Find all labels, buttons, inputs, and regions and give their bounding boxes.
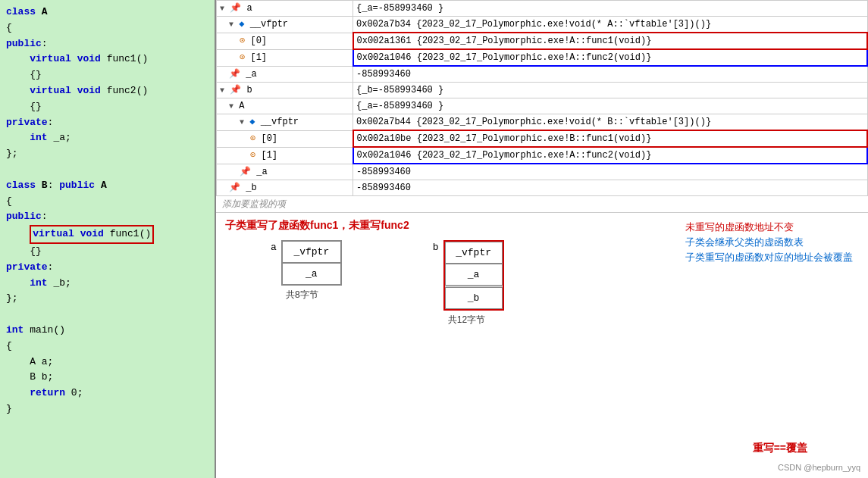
code-line bbox=[6, 162, 208, 178]
watch-name-cell: ▼ ◆ __vfptr bbox=[217, 17, 353, 33]
watch-var-name: [1] bbox=[261, 150, 277, 161]
code-line: {} bbox=[6, 99, 208, 115]
expand-arrow-icon: ▼ bbox=[229, 20, 233, 29]
watch-value-cell: 0x002a10be {2023_02_17_Polymorphic.exe!B… bbox=[353, 130, 868, 147]
watch-name-cell: ⊙ [0] bbox=[217, 130, 353, 147]
orange-circle-icon: ⊙ bbox=[250, 133, 255, 144]
code-line: } bbox=[6, 401, 208, 417]
watch-var-name: [1] bbox=[250, 52, 267, 63]
table-row: ▼ 📌 b {_b=-858993460 } bbox=[217, 83, 868, 98]
watch-var-name: __vfptr bbox=[261, 117, 299, 127]
obj-a-size: 共8字节 bbox=[286, 289, 318, 301]
csdn-watermark: CSDN @hepburn_yyq bbox=[778, 463, 860, 472]
watch-name-cell: 📌 _b bbox=[217, 180, 353, 196]
obj-b-box: _vfptr _a _b bbox=[443, 240, 504, 311]
orange-circle-icon: ⊙ bbox=[240, 52, 245, 63]
obj-a-diagram: a _vfptr _a 共8字节 bbox=[271, 240, 342, 301]
table-row: 📌 _a -858993460 bbox=[217, 66, 868, 83]
table-row: ⊙ [0] 0x002a10be {2023_02_17_Polymorphic… bbox=[217, 130, 868, 147]
watch-value-cell: {_a=-858993460 } bbox=[353, 1, 868, 17]
watch-value-cell: {_a=-858993460 } bbox=[353, 98, 868, 114]
table-row: ⊙ [1] 0x002a1046 {2023_02_17_Polymorphic… bbox=[217, 147, 868, 164]
annotation-area: 子类重写了虚函数func1，未重写func2 未重写的虚函数地址不变 子类会继承… bbox=[216, 213, 868, 478]
watch-name-cell: ▼ ◆ __vfptr bbox=[217, 114, 353, 131]
watch-var-name: b bbox=[246, 85, 252, 95]
obj-cell-vfptr-a: _vfptr bbox=[282, 241, 341, 263]
annotation-no-override: 未重写的虚函数地址不变 bbox=[685, 220, 853, 234]
code-editor: class A { public: virtual void func1() {… bbox=[0, 0, 216, 478]
watch-var-name: _a bbox=[256, 167, 267, 177]
table-row: 📌 _a -858993460 bbox=[217, 164, 868, 180]
expand-arrow-icon: ▼ bbox=[220, 5, 224, 13]
pin-icon: 📌 bbox=[229, 183, 240, 193]
expand-arrow-icon: ▼ bbox=[220, 86, 224, 95]
watch-name-cell: ▼ A bbox=[217, 98, 353, 114]
watch-table: ▼ 📌 a {_a=-858993460 } ▼ ◆ __vfptr 0x002… bbox=[216, 0, 868, 213]
expand-arrow-icon: ▼ bbox=[240, 118, 244, 127]
obj-cell-a-a: _a bbox=[282, 263, 341, 285]
right-annotations: 未重写的虚函数地址不变 子类会继承父类的虚函数表 子类重写的虚函数对应的地址会被… bbox=[685, 220, 853, 266]
watch-value-cell: -858993460 bbox=[353, 164, 868, 180]
code-line: int main() bbox=[6, 323, 208, 339]
code-line: class B: public A bbox=[6, 178, 208, 194]
watch-var-name: _a bbox=[246, 69, 256, 80]
code-line: {} bbox=[6, 67, 208, 83]
code-line: int _b; bbox=[6, 276, 208, 292]
code-line: virtual void func1() bbox=[6, 225, 208, 244]
code-line: { bbox=[6, 194, 208, 210]
table-row: 📌 _b -858993460 bbox=[217, 180, 868, 196]
blue-diamond-icon: ◆ bbox=[239, 19, 244, 30]
watch-var-name: [0] bbox=[250, 36, 267, 46]
watch-value-cell: -858993460 bbox=[353, 180, 868, 196]
table-row: ⊙ [1] 0x002a1046 {2023_02_17_Polymorphic… bbox=[217, 49, 868, 66]
pin-icon: 📌 bbox=[230, 3, 241, 14]
code-line: int _a; bbox=[6, 130, 208, 146]
code-line: }; bbox=[6, 146, 208, 162]
code-line: B b; bbox=[6, 370, 208, 386]
watch-var-name: _b bbox=[246, 183, 256, 193]
obj-cell-vfptr-b: _vfptr bbox=[445, 242, 503, 264]
watch-name-cell: ⊙ [0] bbox=[217, 33, 353, 49]
table-row: ⊙ [0] 0x002a1361 {2023_02_17_Polymorphic… bbox=[217, 33, 868, 49]
obj-cell-b-b: _b bbox=[445, 287, 503, 309]
watch-var-name: a bbox=[246, 3, 252, 14]
expand-arrow-icon: ▼ bbox=[229, 102, 233, 111]
watch-var-name: [0] bbox=[261, 133, 277, 144]
watch-value-cell: 0x002a1046 {2023_02_17_Polymorphic.exe!A… bbox=[353, 49, 868, 66]
pin-icon: 📌 bbox=[229, 69, 240, 80]
code-line: { bbox=[6, 20, 208, 36]
table-row: ▼ ◆ __vfptr 0x002a7b44 {2023_02_17_Polym… bbox=[217, 114, 868, 131]
watch-value-cell: 0x002a7b34 {2023_02_17_Polymorphic.exe!v… bbox=[353, 17, 868, 33]
code-line: { bbox=[6, 339, 208, 355]
watch-var-name: A bbox=[239, 101, 244, 111]
orange-circle-icon: ⊙ bbox=[250, 150, 255, 161]
watch-value-cell: -858993460 bbox=[353, 66, 868, 83]
obj-a-box: _vfptr _a bbox=[281, 240, 342, 286]
watch-value-cell: 0x002a1046 {2023_02_17_Polymorphic.exe!A… bbox=[353, 147, 868, 164]
code-line bbox=[6, 307, 208, 323]
pin-icon: 📌 bbox=[240, 167, 251, 177]
code-line: class A bbox=[6, 5, 208, 20]
code-line: A a; bbox=[6, 355, 208, 370]
annotation-inherit-vftable: 子类会继承父类的虚函数表 bbox=[685, 236, 853, 249]
table-row: ▼ A {_a=-858993460 } bbox=[217, 98, 868, 114]
annotation-override-equals: 重写==覆盖 bbox=[753, 442, 807, 455]
code-line: {} bbox=[6, 244, 208, 260]
orange-circle-icon: ⊙ bbox=[240, 36, 245, 46]
code-line: return 0; bbox=[6, 386, 208, 401]
watch-value-cell: 0x002a7b44 {2023_02_17_Polymorphic.exe!v… bbox=[353, 114, 868, 131]
obj-b-size: 共12字节 bbox=[448, 314, 485, 326]
obj-b-label: b bbox=[433, 242, 439, 253]
watch-name-cell: ⊙ [1] bbox=[217, 49, 353, 66]
code-line: private: bbox=[6, 260, 208, 276]
obj-cell-a-b: _a bbox=[445, 264, 503, 286]
obj-a-label: a bbox=[271, 242, 277, 253]
watch-var-name: __vfptr bbox=[250, 19, 288, 30]
right-panel: ▼ 📌 a {_a=-858993460 } ▼ ◆ __vfptr 0x002… bbox=[216, 0, 868, 478]
obj-b-diagram: b _vfptr _a _b 共12字节 bbox=[433, 240, 504, 326]
watch-value-cell: 0x002a1361 {2023_02_17_Polymorphic.exe!A… bbox=[353, 33, 868, 49]
watch-name-cell: 📌 _a bbox=[217, 164, 353, 180]
add-watch-text[interactable]: 添加要监视的项 bbox=[216, 196, 868, 212]
watch-name-cell: ▼ 📌 a bbox=[217, 1, 353, 17]
code-line: }; bbox=[6, 291, 208, 307]
